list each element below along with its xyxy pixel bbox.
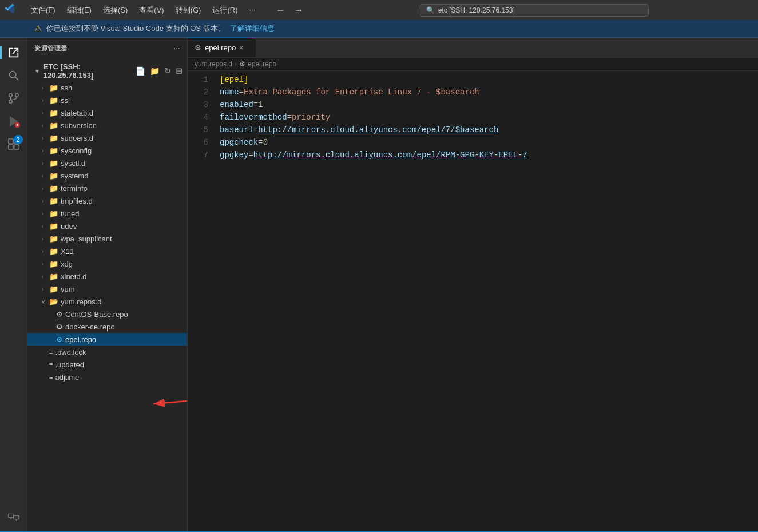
sidebar-more[interactable]: ··· [173,43,180,53]
item-label: sudoers.d [61,134,93,142]
activity-remote[interactable] [3,506,24,527]
gear-file-icon: ⚙ [56,323,63,331]
menu-edit[interactable]: 编辑(E) [62,4,96,17]
chevron-right-icon: › [39,223,47,229]
tab-epel-repo[interactable]: ⚙ epel.repo × [188,38,256,57]
tree-item-docker-ce[interactable]: ⚙ docker-ce.repo [27,320,187,333]
svg-rect-10 [8,139,13,144]
tree-item-x11[interactable]: › 📁 X11 [27,245,187,257]
code-token: baseurl [220,125,253,134]
folder-icon: 📁 [49,159,58,168]
code-content[interactable]: [epel] name=Extra Packages for Enterpris… [215,71,758,531]
menu-bar: 文件(F) 编辑(E) 选择(S) 查看(V) 转到(G) 运行(R) ··· [26,4,260,17]
tree-item-sysconfig[interactable]: › 📁 sysconfig [27,144,187,157]
item-label: yum.repos.d [61,297,102,306]
folder-icon: 📁 [49,172,58,180]
code-token: http://mirrors.cloud.aliyuncs.com/epel/7… [258,125,498,134]
tree-item-xdg[interactable]: › 📁 xdg [27,257,187,270]
tab-bar: ⚙ epel.repo × [188,38,758,58]
tree-item-tuned[interactable]: › 📁 tuned [27,207,187,220]
root-label: ETC [SSH: 120.25.76.153] [43,62,132,80]
tab-gear-icon: ⚙ [195,43,201,52]
folder-icon: 📁 [49,184,58,193]
code-token: [epel] [220,75,248,84]
tree-item-systemd[interactable]: › 📁 systemd [27,169,187,182]
item-label: X11 [61,247,74,256]
lines-file-icon: ≡ [49,348,53,355]
tree-item-xinetdd[interactable]: › 📁 xinetd.d [27,270,187,283]
tree-item-adjtime[interactable]: ≡ adjtime [27,371,187,383]
folder-icon: 📁 [49,121,58,130]
code-token: 0 [263,138,268,147]
new-file-icon[interactable]: 📄 [136,66,145,76]
item-label: udev [61,222,77,231]
warning-icon: ⚠ [34,23,42,34]
code-line-6: gpgcheck=0 [215,136,758,149]
collapse-icon[interactable]: ⊟ [176,66,182,76]
item-label: epel.repo [65,335,96,344]
code-line-4: failovermethod=priority [215,111,758,124]
sidebar-actions: ··· [173,43,180,53]
code-line-3: enabled=1 [215,98,758,111]
item-label: ssl [61,96,70,105]
folder-icon: 📁 [49,109,58,117]
tree-item-epel[interactable]: ⚙ epel.repo [27,333,187,346]
code-token: = [287,113,292,122]
search-bar[interactable]: 🔍 etc [SSH: 120.25.76.153] [420,4,649,17]
code-token: Extra Packages for Enterprise Linux 7 - … [244,88,479,97]
tab-close-button[interactable]: × [239,44,243,52]
tree-item-statetabd[interactable]: › 📁 statetab.d [27,106,187,119]
chevron-right-icon: › [39,273,47,280]
tree-item-pwdlock[interactable]: ≡ .pwd.lock [27,346,187,358]
tree-item-udev[interactable]: › 📁 udev [27,220,187,232]
vscode-logo [5,3,15,17]
breadcrumb: yum.repos.d › ⚙ epel.repo [188,58,758,71]
chevron-right-icon: › [39,286,47,292]
tree-item-wpasupplicant[interactable]: › 📁 wpa_supplicant [27,232,187,245]
code-token: http://mirrors.cloud.aliyuncs.com/epel/R… [253,150,527,160]
explorer-section[interactable]: ▼ ETC [SSH: 120.25.76.153] 📄 📁 ↻ ⊟ › 📁 s… [27,58,187,531]
menu-file[interactable]: 文件(F) [26,4,60,17]
menu-goto[interactable]: 转到(G) [171,4,206,17]
new-folder-icon[interactable]: 📁 [150,66,160,76]
activity-source-control[interactable] [3,88,24,109]
breadcrumb-filename[interactable]: epel.repo [248,60,276,68]
activity-run[interactable] [3,111,24,132]
nav-forward-button[interactable]: → [292,4,305,17]
activity-explorer[interactable] [3,42,24,63]
activity-extensions[interactable]: 2 [3,134,24,154]
refresh-icon[interactable]: ↻ [164,66,171,76]
main-layout: 2 资源管理器 ··· ▼ ETC [SSH: 120.25.76.153] [0,38,758,531]
tree-item-yumreposd[interactable]: ∨ 📂 yum.repos.d [27,295,187,308]
nav-buttons: ← → [273,4,305,17]
tree-item-ssh[interactable]: › 📁 ssh [27,81,187,94]
line-numbers: 1 2 3 4 5 6 7 [188,71,215,531]
code-token: gpgcheck [220,138,258,147]
nav-back-button[interactable]: ← [273,4,287,17]
tree-item-updated[interactable]: ≡ .updated [27,358,187,371]
tree-item-centos-base[interactable]: ⚙ CentOS-Base.repo [27,308,187,320]
tree-item-tmpfilesd[interactable]: › 📁 tmpfiles.d [27,194,187,207]
activity-search[interactable] [3,65,24,86]
menu-select[interactable]: 选择(S) [98,4,132,17]
breadcrumb-gear-icon: ⚙ [239,60,245,68]
chevron-right-icon: › [39,261,47,267]
tree-item-sudoersd[interactable]: › 📁 sudoers.d [27,132,187,144]
tree-item-terminfo[interactable]: › 📁 terminfo [27,182,187,194]
item-label: wpa_supplicant [61,235,112,243]
code-token: = [258,138,263,147]
tree-item-yum[interactable]: › 📁 yum [27,283,187,295]
menu-more[interactable]: ··· [244,4,260,17]
sidebar-title: 资源管理器 [34,44,68,53]
tree-item-sysctld[interactable]: › 📁 sysctl.d [27,157,187,169]
tree-item-subversion[interactable]: › 📁 subversion [27,119,187,132]
explorer-root-header[interactable]: ▼ ETC [SSH: 120.25.76.153] 📄 📁 ↻ ⊟ [27,61,187,81]
svg-line-1 [15,77,18,81]
folder-icon: 📁 [49,235,58,243]
breadcrumb-yumreposd[interactable]: yum.repos.d [195,60,232,68]
menu-run[interactable]: 运行(R) [208,4,242,17]
activity-bar: 2 [0,38,27,531]
menu-view[interactable]: 查看(V) [134,4,168,17]
warning-link[interactable]: 了解详细信息 [230,23,275,34]
tree-item-ssl[interactable]: › 📁 ssl [27,94,187,106]
